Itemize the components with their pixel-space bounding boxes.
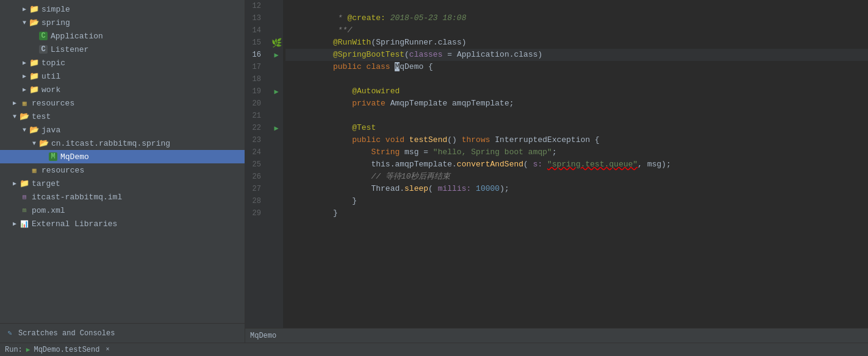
resources-icon: ▦ [20, 98, 29, 108]
run-bar-item: MqDemo.testSend [34, 346, 99, 354]
code-line-18: @Autowired [285, 73, 868, 85]
folder-open-icon-pkg: 📂 [39, 138, 49, 148]
gutter-14 [270, 24, 283, 37]
folder-icon: 📁 [29, 4, 39, 14]
arrow-listener [29, 44, 39, 54]
line-numbers: 12 13 14 15 16 17 18 19 20 21 22 23 24 2… [245, 0, 270, 328]
arrow-iml [10, 192, 20, 202]
spring-class-icon: C [39, 32, 48, 40]
sidebar-item-ext-libs[interactable]: 📊 External Libraries [0, 217, 245, 230]
sidebar-item-pom[interactable]: m pom.xml [0, 204, 245, 217]
editor-content: 12 13 14 15 16 17 18 19 20 21 22 23 24 2… [245, 0, 868, 328]
sidebar-label-test: test [32, 112, 51, 121]
gutter-22[interactable]: ▶ [270, 122, 283, 134]
sidebar-item-topic[interactable]: 📁 topic [0, 56, 245, 69]
editor-footer-label: MqDemo [250, 332, 276, 340]
gutter-25 [270, 158, 283, 171]
test-class-icon: M [49, 152, 57, 161]
library-icon: 📊 [20, 219, 29, 229]
sidebar-label-application: Application [51, 32, 103, 41]
folder-icon-topic: 📁 [29, 58, 39, 68]
ln-25: 25 [245, 158, 265, 171]
sidebar-label-target: target [32, 179, 60, 188]
ln-12: 12 [245, 0, 265, 12]
class-icon: C [39, 45, 48, 54]
sidebar-label-work: work [41, 85, 60, 94]
run-icon-19[interactable]: ▶ [274, 87, 278, 96]
arrow-topic [20, 58, 29, 68]
arrow-spring [20, 18, 29, 27]
arrow-ext-libs [10, 219, 20, 229]
run-icon-22[interactable]: ▶ [274, 124, 278, 133]
ln-21: 21 [245, 110, 265, 122]
code-area[interactable]: * @create: 2018-05-23 18:08 **/ @RunWith… [283, 0, 868, 328]
scratches-consoles[interactable]: ✎ Scratches and Consoles [0, 323, 245, 343]
folder-open-icon: 📂 [29, 18, 39, 27]
sidebar-item-resources[interactable]: ▦ resources [0, 96, 245, 110]
run-bar-run-label: Run: [5, 346, 23, 354]
arrow-resources2 [20, 165, 29, 175]
folder-icon-util: 📁 [29, 71, 39, 81]
sidebar-item-mqdemo[interactable]: M MqDemo [0, 150, 245, 163]
code-line-21: @Test [285, 110, 868, 122]
gutter-17 [270, 61, 283, 73]
sidebar-item-iml[interactable]: ▤ itcast-rabbitmq.iml [0, 190, 245, 204]
ln-27: 27 [245, 183, 265, 195]
sidebar: 📁 simple 📂 spring C Application [0, 0, 245, 343]
ln-23: 23 [245, 134, 265, 146]
sidebar-item-java[interactable]: 📂 java [0, 123, 245, 137]
gutter-28 [270, 195, 283, 207]
arrow-util [20, 71, 29, 81]
sidebar-item-spring[interactable]: 📂 spring [0, 16, 245, 29]
arrow-application [29, 31, 39, 41]
ln-20: 20 [245, 98, 265, 110]
gutter-16[interactable]: ▶ [270, 49, 283, 61]
run-icon-16[interactable]: ▶ [274, 51, 278, 60]
ln-29: 29 [245, 207, 265, 219]
arrow-target [10, 179, 20, 188]
folder-icon-work: 📁 [29, 85, 39, 94]
arrow-simple [20, 4, 29, 14]
code-line-12: * @create: 2018-05-23 18:08 [285, 0, 868, 12]
sidebar-label-simple: simple [41, 5, 70, 14]
gutter-20 [270, 98, 283, 110]
ln-18: 18 [245, 73, 265, 85]
ln-16: 16 [245, 49, 265, 61]
folder-open-icon-java: 📂 [29, 125, 39, 135]
run-bar: Run: ▶ MqDemo.testSend × [0, 343, 868, 356]
gutter-23 [270, 134, 283, 146]
arrow-resources [10, 98, 20, 108]
sidebar-label-resources2: resources [41, 166, 84, 175]
ln-14: 14 [245, 24, 265, 37]
folder-open-icon-test: 📂 [20, 112, 29, 121]
arrow-mqdemo [39, 152, 49, 162]
sidebar-label-java: java [41, 126, 60, 135]
sidebar-item-target[interactable]: 📁 target [0, 177, 245, 190]
sidebar-item-listener[interactable]: C Listener [0, 43, 245, 56]
sidebar-item-resources2[interactable]: ▦ resources [0, 163, 245, 177]
code-line-28: } [285, 195, 868, 207]
ln-22: 22 [245, 122, 265, 134]
arrow-work [20, 85, 29, 94]
gutter-24 [270, 146, 283, 158]
sidebar-item-util[interactable]: 📁 util [0, 69, 245, 83]
ln-28: 28 [245, 195, 265, 207]
gutter-29 [270, 207, 283, 219]
code-line-29 [285, 207, 868, 219]
sidebar-item-work[interactable]: 📁 work [0, 83, 245, 96]
gutter-12 [270, 0, 283, 12]
gutter-26 [270, 171, 283, 183]
arrow-java [20, 125, 29, 135]
gutter-19[interactable]: ▶ [270, 85, 283, 98]
sidebar-label-topic: topic [41, 59, 65, 68]
sidebar-item-test[interactable]: 📂 test [0, 110, 245, 123]
run-bar-close[interactable]: × [106, 346, 109, 353]
folder-icon-target: 📁 [20, 179, 29, 188]
run-bar-run-icon: ▶ [26, 346, 30, 354]
sidebar-item-application[interactable]: C Application [0, 29, 245, 43]
sidebar-item-package[interactable]: 📂 cn.itcast.rabbitmq.spring [0, 137, 245, 150]
sidebar-label-spring: spring [41, 18, 70, 27]
scratches-icon: ✎ [5, 329, 15, 338]
sidebar-item-simple[interactable]: 📁 simple [0, 2, 245, 16]
code-line-14: @RunWith(SpringRunner.class) [285, 24, 868, 37]
